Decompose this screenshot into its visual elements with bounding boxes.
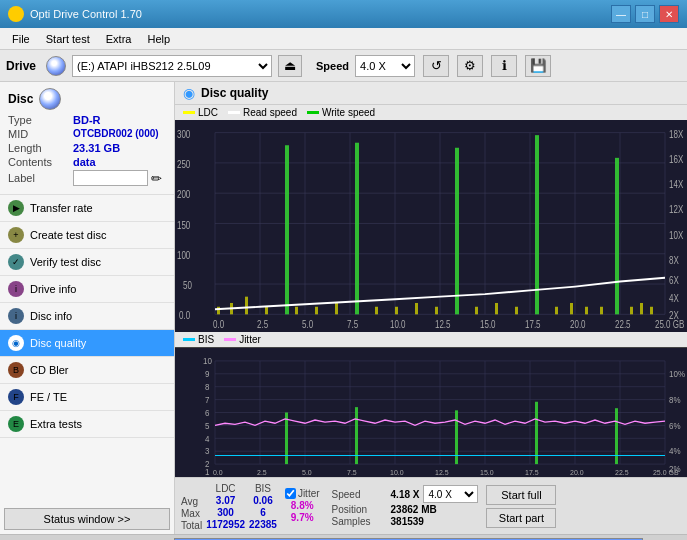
length-label: Length: [8, 142, 73, 154]
verify-test-disc-icon: ✓: [8, 254, 24, 270]
ldc-avg-value: 3.07: [206, 495, 245, 506]
sidebar-item-transfer-rate[interactable]: ▶ Transfer rate: [0, 195, 174, 222]
svg-text:10X: 10X: [669, 230, 683, 241]
refresh-button[interactable]: ↺: [423, 55, 449, 77]
bis-total-value: 22385: [249, 519, 277, 530]
label-edit-icon[interactable]: ✏: [151, 171, 162, 186]
extra-tests-label: Extra tests: [30, 418, 82, 430]
sidebar-item-verify-test-disc[interactable]: ✓ Verify test disc: [0, 249, 174, 276]
total-label: Total: [181, 520, 202, 531]
minimize-button[interactable]: —: [611, 5, 631, 23]
svg-text:18X: 18X: [669, 129, 683, 140]
drive-select[interactable]: (E:) ATAPI iHBS212 2.5L09: [72, 55, 272, 77]
menu-file[interactable]: File: [4, 31, 38, 47]
bis-max-value: 6: [249, 507, 277, 518]
save-button[interactable]: 💾: [525, 55, 551, 77]
svg-text:22.5: 22.5: [615, 319, 631, 330]
sidebar-item-extra-tests[interactable]: E Extra tests: [0, 411, 174, 438]
close-button[interactable]: ✕: [659, 5, 679, 23]
menu-start-test[interactable]: Start test: [38, 31, 98, 47]
svg-text:200: 200: [177, 189, 190, 200]
speed-dropdown[interactable]: 4.0 X 2.0 X 8.0 X: [423, 485, 478, 503]
sidebar-item-create-test-disc[interactable]: + Create test disc: [0, 222, 174, 249]
svg-rect-25: [315, 307, 318, 315]
svg-text:6%: 6%: [669, 420, 681, 430]
status-window-button[interactable]: Status window >>: [4, 508, 170, 530]
jitter-checkbox[interactable]: [285, 488, 296, 499]
svg-text:7.5: 7.5: [347, 319, 358, 330]
svg-rect-26: [335, 303, 338, 314]
info-button[interactable]: ℹ: [491, 55, 517, 77]
svg-text:150: 150: [177, 220, 190, 231]
svg-text:9: 9: [205, 369, 210, 379]
eject-button[interactable]: ⏏: [278, 55, 302, 77]
svg-text:17.5: 17.5: [525, 319, 541, 330]
svg-text:25.0 GB: 25.0 GB: [653, 468, 679, 477]
svg-text:3: 3: [205, 446, 210, 456]
svg-text:0.0: 0.0: [179, 311, 190, 322]
svg-text:6X: 6X: [669, 275, 679, 286]
svg-text:10.0: 10.0: [390, 468, 404, 477]
svg-text:10: 10: [203, 356, 212, 366]
drive-info-label: Drive info: [30, 283, 76, 295]
svg-rect-40: [600, 307, 603, 315]
svg-rect-95: [455, 410, 458, 464]
lower-chart-svg: 10 9 8 7 6 5 4 3 2 1 10% 8% 6% 4% 2%: [175, 348, 687, 477]
extra-tests-icon: E: [8, 416, 24, 432]
statusbar: Test completed 100.0% 33:13: [0, 534, 687, 540]
type-value: BD-R: [73, 114, 101, 126]
svg-text:17.5: 17.5: [525, 468, 539, 477]
sidebar-item-drive-info[interactable]: i Drive info: [0, 276, 174, 303]
label-input[interactable]: [73, 170, 148, 186]
lower-chart: 10 9 8 7 6 5 4 3 2 1 10% 8% 6% 4% 2%: [175, 347, 687, 477]
speed-select[interactable]: 4.0 X 2.0 X 8.0 X: [355, 55, 415, 77]
jitter-color-swatch: [224, 338, 236, 341]
menu-help[interactable]: Help: [139, 31, 178, 47]
svg-rect-34: [495, 303, 498, 314]
cd-bler-icon: B: [8, 362, 24, 378]
sidebar-item-disc-quality[interactable]: ◉ Disc quality: [0, 330, 174, 357]
ldc-total-value: 1172952: [206, 519, 245, 530]
upper-chart: 300 250 200 150 100 50 0.0 18X 16X 14X 1…: [175, 120, 687, 332]
legend-bis: BIS: [183, 334, 214, 345]
menu-extra[interactable]: Extra: [98, 31, 140, 47]
sidebar-item-fe-te[interactable]: F FE / TE: [0, 384, 174, 411]
svg-text:300: 300: [177, 129, 190, 140]
svg-text:12.5: 12.5: [435, 468, 449, 477]
svg-text:4X: 4X: [669, 293, 679, 304]
start-full-button[interactable]: Start full: [486, 485, 556, 505]
svg-text:0.0: 0.0: [213, 468, 223, 477]
svg-text:12X: 12X: [669, 205, 683, 216]
svg-rect-44: [650, 307, 653, 315]
svg-text:50: 50: [183, 280, 192, 291]
sidebar-item-cd-bler[interactable]: B CD Bler: [0, 357, 174, 384]
svg-text:0.0: 0.0: [213, 319, 224, 330]
maximize-button[interactable]: □: [635, 5, 655, 23]
svg-rect-35: [515, 307, 518, 315]
length-value: 23.31 GB: [73, 142, 120, 154]
svg-rect-37: [555, 307, 558, 315]
create-test-disc-icon: +: [8, 227, 24, 243]
svg-rect-22: [265, 307, 268, 315]
mid-label: MID: [8, 128, 73, 140]
type-label: Type: [8, 114, 73, 126]
svg-text:4%: 4%: [669, 446, 681, 456]
svg-rect-96: [535, 402, 538, 464]
disc-quality-icon: ◉: [8, 335, 24, 351]
svg-rect-93: [285, 413, 288, 465]
sidebar-item-disc-info[interactable]: i Disc info: [0, 303, 174, 330]
svg-text:2.5: 2.5: [257, 319, 268, 330]
contents-label: Contents: [8, 156, 73, 168]
settings-button[interactable]: ⚙: [457, 55, 483, 77]
disc-quality-label: Disc quality: [30, 337, 86, 349]
svg-rect-38: [570, 303, 573, 314]
bis-color-swatch: [183, 338, 195, 341]
bis-header: BIS: [249, 483, 277, 494]
svg-rect-28: [375, 307, 378, 315]
legend-jitter: Jitter: [224, 334, 261, 345]
svg-rect-42: [630, 307, 633, 315]
svg-text:5.0: 5.0: [302, 319, 313, 330]
legend-write-speed: Write speed: [307, 107, 375, 118]
contents-value: data: [73, 156, 96, 168]
start-part-button[interactable]: Start part: [486, 508, 556, 528]
